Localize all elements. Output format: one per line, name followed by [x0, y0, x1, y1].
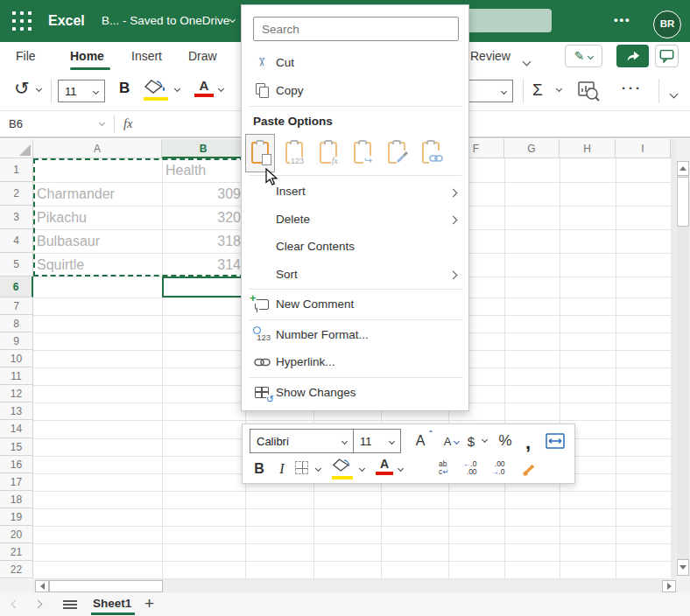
- fx-icon[interactable]: fx: [123, 111, 132, 136]
- row-header-9[interactable]: 9: [0, 332, 33, 350]
- add-sheet-button[interactable]: +: [144, 592, 154, 616]
- menu-item-new-comment[interactable]: +New Comment: [242, 290, 470, 318]
- borders-chevron-icon[interactable]: [315, 466, 321, 472]
- fill-color-button[interactable]: [144, 80, 168, 101]
- horizontal-scrollbar[interactable]: [0, 579, 690, 593]
- fill-color-button[interactable]: [332, 458, 355, 480]
- font-size-select[interactable]: 11: [58, 80, 105, 102]
- paste-button[interactable]: [245, 134, 275, 172]
- share-button[interactable]: [616, 45, 649, 67]
- grow-font-button[interactable]: Aˆ: [409, 429, 432, 453]
- menu-item-copy[interactable]: Copy: [242, 76, 470, 104]
- row-header-1[interactable]: 1: [0, 158, 33, 182]
- cell-A5[interactable]: Squirtle: [37, 253, 158, 276]
- titlebar-more-icon[interactable]: •••: [614, 0, 631, 42]
- all-sheets-menu-icon[interactable]: [63, 600, 77, 609]
- row-header-7[interactable]: 7: [0, 298, 33, 315]
- font-name-select[interactable]: Calibri: [250, 430, 354, 452]
- cell-A4[interactable]: Bulbasaur: [37, 229, 158, 253]
- paste-link-button[interactable]: [416, 134, 446, 172]
- italic-button[interactable]: I: [276, 458, 288, 480]
- cell-A3[interactable]: Pikachu: [37, 206, 158, 229]
- row-header-4[interactable]: 4: [0, 229, 33, 253]
- row-header-21[interactable]: 21: [0, 543, 33, 561]
- row-header-5[interactable]: 5: [0, 253, 33, 276]
- column-header-I[interactable]: I: [616, 139, 671, 158]
- paste-formatting-button[interactable]: [382, 134, 412, 172]
- comma-style-button[interactable]: ,: [521, 432, 535, 453]
- paste-values-button[interactable]: 123: [279, 134, 309, 172]
- row-header-20[interactable]: 20: [0, 526, 33, 543]
- borders-button[interactable]: [295, 461, 308, 474]
- font-color-chevron-icon[interactable]: [398, 466, 404, 472]
- toolbar-more-icon[interactable]: ···: [622, 80, 643, 95]
- avatar[interactable]: BR: [653, 10, 681, 38]
- prev-sheet-chevron-icon[interactable]: [11, 600, 20, 609]
- menu-item-show-changes[interactable]: ↺Show Changes: [242, 379, 470, 407]
- tab-file[interactable]: File: [16, 42, 36, 70]
- column-header-H[interactable]: H: [560, 139, 616, 158]
- tab-draw[interactable]: Draw: [188, 42, 217, 70]
- row-header-2[interactable]: 2: [0, 182, 33, 206]
- app-launcher-icon[interactable]: [12, 11, 32, 32]
- menu-item-clear-contents[interactable]: Clear Contents: [242, 233, 470, 261]
- font-color-button[interactable]: A: [376, 458, 393, 475]
- cell-B4[interactable]: 318: [165, 229, 241, 253]
- cell-B2[interactable]: 309: [165, 182, 241, 206]
- next-sheet-chevron-icon[interactable]: [34, 600, 43, 609]
- bold-button[interactable]: B: [251, 458, 267, 480]
- menu-item-hyperlink-[interactable]: Hyperlink...: [242, 348, 470, 376]
- column-header-G[interactable]: G: [504, 139, 560, 158]
- paste-formulas-button[interactable]: fx: [313, 134, 343, 172]
- accounting-format-button[interactable]: $: [463, 429, 479, 453]
- column-header-A[interactable]: A: [33, 139, 162, 158]
- active-cell-B6[interactable]: [162, 276, 245, 298]
- autofit-width-button[interactable]: [542, 429, 568, 453]
- undo-button[interactable]: ↺: [14, 80, 30, 98]
- cell-A2[interactable]: Charmander: [37, 182, 158, 206]
- cell-B5[interactable]: 314: [165, 253, 241, 276]
- row-header-6[interactable]: 6: [0, 276, 33, 298]
- row-header-17[interactable]: 17: [0, 473, 33, 491]
- scroll-down-button[interactable]: [677, 559, 689, 576]
- row-header-12[interactable]: 12: [0, 385, 33, 402]
- menu-item-cut[interactable]: ✂Cut: [242, 48, 470, 76]
- bold-button[interactable]: B: [119, 80, 130, 97]
- wrap-text-button[interactable]: ab c↵: [439, 460, 448, 476]
- comments-button[interactable]: [655, 45, 679, 67]
- paste-transpose-button[interactable]: ↪: [348, 134, 377, 172]
- autosum-chevron-icon[interactable]: [556, 86, 562, 92]
- menu-item-sort[interactable]: Sort: [242, 261, 470, 289]
- increase-decimal-button[interactable]: .00 →.0: [491, 460, 505, 476]
- row-header-14[interactable]: 14: [0, 420, 33, 438]
- undo-chevron-icon[interactable]: [36, 86, 42, 92]
- horizontal-scroll-thumb[interactable]: [49, 580, 163, 592]
- row-header-16[interactable]: 16: [0, 456, 33, 473]
- row-header-13[interactable]: 13: [0, 402, 33, 420]
- name-box[interactable]: B6: [9, 111, 23, 136]
- tab-insert[interactable]: Insert: [131, 42, 162, 70]
- row-header-18[interactable]: 18: [0, 491, 33, 508]
- doc-status-chevron-icon[interactable]: [229, 17, 236, 23]
- row-header-22[interactable]: 22: [0, 561, 33, 578]
- row-header-3[interactable]: 3: [0, 206, 33, 229]
- name-box-chevron-icon[interactable]: [99, 120, 105, 126]
- fill-color-chevron-icon[interactable]: [174, 86, 180, 92]
- decrease-decimal-button[interactable]: ←.0 .00: [463, 460, 477, 476]
- menu-item-number-format-[interactable]: 123Number Format...: [242, 321, 470, 349]
- vertical-scroll-thumb[interactable]: [677, 177, 689, 227]
- cell-B3[interactable]: 320: [165, 206, 241, 229]
- percent-style-button[interactable]: %: [495, 429, 516, 453]
- collapse-ribbon-chevron-icon[interactable]: [670, 90, 679, 99]
- context-menu-search-input[interactable]: [253, 17, 459, 41]
- scroll-left-button[interactable]: [35, 580, 49, 592]
- scroll-right-button[interactable]: [662, 580, 676, 592]
- row-header-8[interactable]: 8: [0, 315, 33, 332]
- align-button[interactable]: [416, 464, 430, 476]
- row-header-10[interactable]: 10: [0, 350, 33, 368]
- fill-color-chevron-icon[interactable]: [359, 466, 365, 472]
- tab-home[interactable]: Home: [70, 42, 104, 70]
- format-painter-button[interactable]: [518, 459, 540, 480]
- row-header-19[interactable]: 19: [0, 508, 33, 526]
- editing-mode-button[interactable]: ✎: [565, 45, 602, 67]
